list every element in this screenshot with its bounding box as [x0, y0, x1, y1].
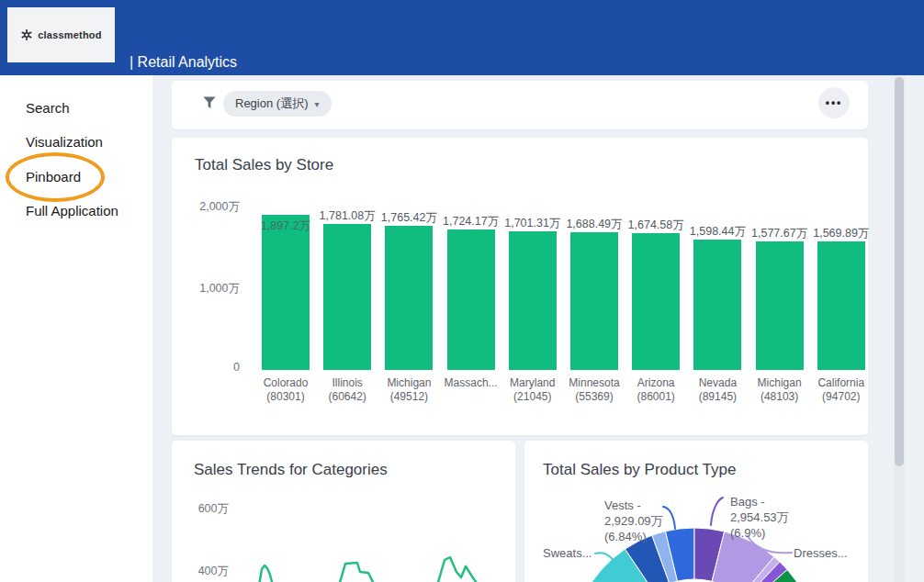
donut-callout-leader: [663, 507, 675, 529]
donut-callout-label: Vests -2,929.09万(6.84%): [604, 498, 663, 544]
bar-minnesota[interactable]: [570, 232, 618, 370]
main-content: Region (選択) ▾ ••• Total Sales by Store 2…: [152, 75, 924, 582]
sidebar-item-search[interactable]: Search: [26, 100, 70, 116]
app-header: classmethod | Retail Analytics: [0, 0, 924, 75]
sales-trends-card: Sales Trends for Categories 600万 400万: [172, 441, 515, 582]
line-series-segment: [437, 557, 479, 582]
bar-michigan[interactable]: [756, 241, 804, 370]
bar-nevada[interactable]: [693, 240, 741, 370]
bar-illinois[interactable]: [323, 224, 371, 370]
bar-chart-plot: 1,897.2万Colorado(80301)1,781.08万Illinois…: [172, 138, 868, 435]
brand-logo[interactable]: classmethod: [7, 7, 115, 62]
bar-maryland[interactable]: [509, 231, 557, 370]
filter-funnel-icon: [203, 96, 216, 109]
donut-callout-label: Dresses...: [794, 545, 848, 561]
more-options-button[interactable]: •••: [818, 87, 850, 118]
bar-x-label: California(94702): [803, 376, 880, 403]
sidebar-item-pinboard[interactable]: Pinboard: [26, 169, 81, 185]
donut-callout-label: Sweats...: [543, 545, 592, 561]
bar-arizona[interactable]: [632, 233, 680, 370]
donut-callout-label: Bags -2,954.53万(6.9%): [730, 494, 789, 541]
bar-colorado[interactable]: [262, 215, 310, 370]
region-filter-label: Region (選択): [235, 95, 308, 112]
line-chart-canvas: [172, 441, 515, 582]
bar-michigan[interactable]: [385, 226, 433, 370]
filter-bar: Region (選択) ▾ •••: [172, 81, 868, 129]
bar-california[interactable]: [817, 241, 865, 370]
pinboard-page: classmethod | Retail Analytics Search Vi…: [0, 0, 924, 582]
total-sales-by-product-type-card: Total Sales by Product Type Vests -2,929…: [524, 441, 868, 582]
bar-massach[interactable]: [447, 229, 495, 370]
vertical-scrollbar-thumb[interactable]: [895, 77, 904, 466]
donut-callout-leader: [711, 498, 723, 525]
region-filter-chip[interactable]: Region (選択) ▾: [223, 91, 332, 117]
line-series-segment: [259, 565, 273, 582]
page-title: | Retail Analytics: [130, 54, 237, 71]
total-sales-by-store-card: Total Sales by Store 2,000万 1,000万 0 1,8…: [172, 138, 868, 435]
bar-value-label: 1,569.89万: [800, 226, 883, 241]
sidebar-item-visualization[interactable]: Visualization: [26, 134, 103, 150]
classmethod-logo-icon: [20, 28, 33, 41]
chevron-down-icon: ▾: [314, 99, 319, 109]
brand-logo-text: classmethod: [38, 29, 101, 40]
line-series-segment: [339, 563, 375, 582]
sidebar: Search Visualization Pinboard Full Appli…: [0, 75, 152, 582]
sidebar-item-full-application[interactable]: Full Application: [26, 203, 118, 218]
ellipsis-icon: •••: [826, 96, 843, 109]
